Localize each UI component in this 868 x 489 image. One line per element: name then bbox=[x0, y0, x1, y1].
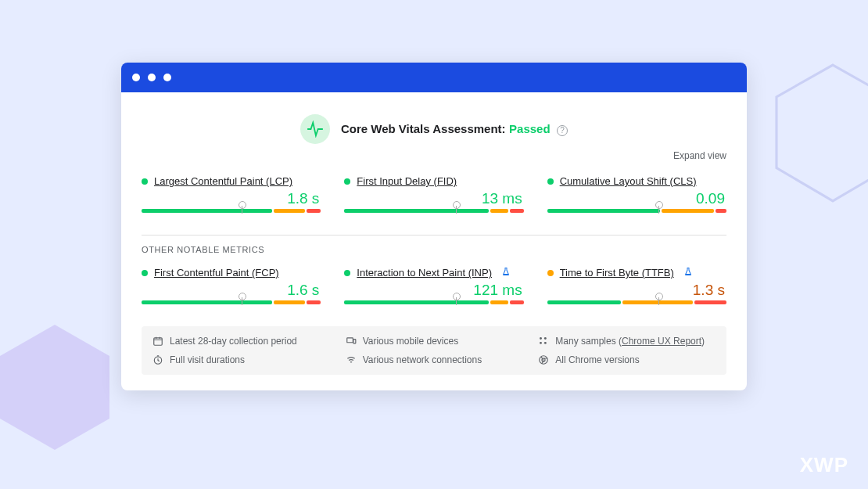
bar-marker-icon bbox=[658, 296, 659, 305]
bar-marker-icon bbox=[456, 296, 457, 305]
metric-link-lcp[interactable]: Largest Contentful Paint (LCP) bbox=[154, 175, 292, 187]
svg-point-5 bbox=[544, 337, 547, 340]
assessment-status: Passed bbox=[509, 122, 551, 135]
clock-icon bbox=[152, 354, 163, 365]
metric-bar bbox=[547, 300, 726, 304]
metric-fcp: First Contentful Paint (FCP) 1.6 s bbox=[142, 267, 321, 304]
metric-ttfb: Time to First Byte (TTFB) 1.3 s bbox=[547, 267, 726, 304]
metric-lcp: Largest Contentful Paint (LCP) 1.8 s bbox=[142, 175, 321, 213]
metric-bar bbox=[142, 300, 321, 304]
metric-link-ttfb[interactable]: Time to First Byte (TTFB) bbox=[560, 267, 674, 279]
decorative-hexagon bbox=[770, 63, 868, 203]
assessment-title: Core Web Vitals Assessment: bbox=[341, 122, 506, 135]
metric-value: 13 ms bbox=[344, 190, 523, 207]
footer-collection: Latest 28-day collection period bbox=[152, 336, 330, 347]
assessment-header: Core Web Vitals Assessment: Passed ? bbox=[134, 114, 734, 144]
metric-link-fid[interactable]: First Input Delay (FID) bbox=[357, 175, 457, 187]
bar-marker-icon bbox=[242, 204, 242, 214]
svg-rect-1 bbox=[154, 338, 163, 345]
svg-point-6 bbox=[540, 342, 542, 344]
vitals-icon bbox=[300, 114, 330, 144]
svg-point-7 bbox=[544, 342, 547, 344]
calendar-icon bbox=[152, 336, 163, 347]
metric-bar bbox=[547, 209, 726, 213]
browser-titlebar bbox=[121, 63, 747, 92]
help-icon[interactable]: ? bbox=[557, 125, 568, 136]
status-dot-icon bbox=[142, 270, 148, 276]
metric-fid: First Input Delay (FID) 13 ms bbox=[344, 175, 523, 213]
watermark-logo: XWP bbox=[800, 453, 848, 477]
wifi-icon bbox=[346, 354, 357, 365]
metric-bar bbox=[142, 209, 321, 213]
svg-point-9 bbox=[540, 356, 548, 365]
svg-marker-0 bbox=[777, 65, 868, 201]
footer-devices: Various mobile devices bbox=[346, 336, 523, 347]
metric-value: 1.6 s bbox=[142, 282, 321, 299]
metric-value: 121 ms bbox=[344, 282, 523, 299]
window-control-dot[interactable] bbox=[132, 74, 140, 81]
metric-link-inp[interactable]: Interaction to Next Paint (INP) bbox=[357, 267, 492, 279]
metric-value: 1.8 s bbox=[142, 190, 321, 207]
section-other-label: OTHER NOTABLE METRICS bbox=[134, 245, 734, 262]
decorative-hexagon bbox=[0, 325, 109, 450]
metric-link-cls[interactable]: Cumulative Layout Shift (CLS) bbox=[560, 175, 697, 187]
svg-rect-3 bbox=[353, 340, 356, 343]
metric-bar bbox=[344, 300, 523, 304]
chrome-icon bbox=[538, 354, 549, 365]
window-control-dot[interactable] bbox=[163, 74, 171, 81]
expand-view-link[interactable]: Expand view bbox=[673, 150, 726, 161]
devices-icon bbox=[346, 336, 357, 347]
experimental-icon bbox=[501, 267, 511, 279]
metric-cls: Cumulative Layout Shift (CLS) 0.09 bbox=[547, 175, 726, 213]
svg-rect-2 bbox=[346, 338, 353, 343]
metric-bar bbox=[344, 209, 523, 213]
data-source-info: Latest 28-day collection period Various … bbox=[142, 326, 726, 375]
status-dot-icon bbox=[547, 270, 554, 276]
metric-link-fcp[interactable]: First Contentful Paint (FCP) bbox=[154, 267, 279, 279]
bar-marker-icon bbox=[242, 296, 242, 305]
status-dot-icon bbox=[344, 270, 350, 276]
bar-marker-icon bbox=[456, 204, 457, 214]
metric-inp: Interaction to Next Paint (INP) 121 ms bbox=[344, 267, 523, 304]
svg-point-4 bbox=[540, 337, 542, 340]
metric-value: 0.09 bbox=[547, 190, 726, 207]
crux-report-link[interactable]: Chrome UX Report bbox=[622, 336, 701, 347]
divider bbox=[142, 235, 726, 236]
samples-icon bbox=[538, 336, 549, 347]
experimental-icon bbox=[683, 267, 693, 279]
bar-marker-icon bbox=[658, 204, 659, 214]
status-dot-icon bbox=[344, 178, 350, 185]
footer-connections: Various network connections bbox=[346, 354, 523, 365]
browser-window: Core Web Vitals Assessment: Passed ? Exp… bbox=[121, 63, 747, 390]
footer-durations: Full visit durations bbox=[152, 354, 330, 365]
footer-versions: All Chrome versions bbox=[538, 354, 716, 365]
status-dot-icon bbox=[547, 178, 554, 185]
window-control-dot[interactable] bbox=[148, 74, 156, 81]
footer-samples: Many samples (Chrome UX Report) bbox=[538, 336, 716, 347]
status-dot-icon bbox=[142, 178, 148, 185]
metric-value: 1.3 s bbox=[547, 282, 726, 299]
